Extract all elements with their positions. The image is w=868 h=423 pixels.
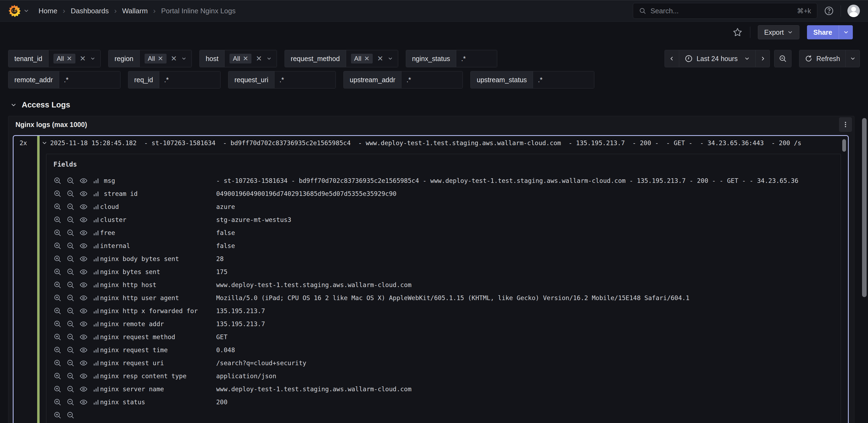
- field-stats-button[interactable]: [93, 281, 100, 289]
- filter-for-value-button[interactable]: [54, 398, 62, 406]
- row-access-logs[interactable]: Access Logs: [0, 92, 868, 116]
- export-button[interactable]: Export: [758, 25, 799, 39]
- filter-out-value-button[interactable]: [66, 385, 74, 393]
- regex-input[interactable]: [275, 71, 336, 88]
- toggle-field-visibility-button[interactable]: [80, 177, 88, 185]
- refresh-button[interactable]: Refresh: [799, 50, 845, 67]
- filter-for-value-button[interactable]: [54, 307, 62, 315]
- filter-out-value-button[interactable]: [66, 359, 74, 367]
- filter-for-value-button[interactable]: [54, 229, 62, 237]
- regex-input[interactable]: [401, 71, 463, 88]
- filter-out-value-button[interactable]: [66, 372, 74, 380]
- collapse-log-button[interactable]: [41, 140, 48, 146]
- filter-out-value-button[interactable]: [66, 268, 74, 276]
- chevron-down-icon[interactable]: [388, 56, 393, 61]
- time-zoom-out-button[interactable]: [774, 50, 791, 67]
- field-stats-button[interactable]: [93, 333, 100, 341]
- field-stats-button[interactable]: [93, 307, 100, 315]
- toggle-field-visibility-button[interactable]: [80, 294, 88, 302]
- field-stats-button[interactable]: [93, 398, 100, 406]
- toggle-field-visibility-button[interactable]: [80, 372, 88, 380]
- toggle-field-visibility-button[interactable]: [80, 216, 88, 224]
- selected-value-chip[interactable]: All ✕: [351, 54, 373, 63]
- field-stats-button[interactable]: [93, 385, 100, 393]
- share-button[interactable]: Share: [807, 25, 839, 39]
- filter-for-value-button[interactable]: [54, 281, 62, 289]
- chevron-down-icon[interactable]: [267, 56, 272, 61]
- filter-for-value-button[interactable]: [54, 320, 62, 328]
- filter-out-value-button[interactable]: [66, 242, 74, 250]
- field-stats-button[interactable]: [93, 372, 100, 380]
- filter-out-value-button[interactable]: [66, 333, 74, 341]
- time-range-button[interactable]: Last 24 hours: [679, 50, 756, 67]
- toggle-field-visibility-button[interactable]: [80, 242, 88, 250]
- variable-value-box[interactable]: All ✕ ✕: [140, 50, 191, 67]
- filter-out-value-button[interactable]: [66, 216, 74, 224]
- logs-scrollbar-thumb[interactable]: [842, 139, 846, 152]
- regex-input[interactable]: [533, 71, 594, 88]
- toggle-field-visibility-button[interactable]: [80, 359, 88, 367]
- toggle-field-visibility-button[interactable]: [80, 398, 88, 406]
- clear-selection-icon[interactable]: ✕: [171, 55, 177, 62]
- page-scrollbar-thumb[interactable]: [862, 118, 867, 297]
- field-stats-button[interactable]: [93, 320, 100, 328]
- toggle-field-visibility-button[interactable]: [80, 203, 88, 211]
- log-line[interactable]: 2x 2025-11-18 15:28:45.182 - st-107263-1…: [13, 136, 848, 150]
- selected-value-chip[interactable]: All ✕: [229, 54, 251, 63]
- field-stats-button[interactable]: [93, 359, 100, 367]
- share-menu-button[interactable]: [839, 25, 853, 39]
- field-stats-button[interactable]: [93, 177, 100, 184]
- time-shift-forward-button[interactable]: [755, 50, 770, 67]
- filter-out-value-button[interactable]: [66, 203, 74, 211]
- filter-for-value-button[interactable]: [54, 385, 62, 393]
- logs-viewer[interactable]: 2x 2025-11-18 15:28:45.182 - st-107263-1…: [13, 135, 849, 423]
- chevron-down-icon[interactable]: [90, 56, 95, 61]
- filter-out-value-button[interactable]: [66, 398, 74, 406]
- field-stats-button[interactable]: [93, 255, 100, 263]
- filter-for-value-button[interactable]: [54, 359, 62, 367]
- filter-for-value-button[interactable]: [54, 294, 62, 302]
- toggle-field-visibility-button[interactable]: [80, 255, 88, 263]
- filter-for-value-button[interactable]: [54, 216, 62, 224]
- field-stats-button[interactable]: [93, 346, 100, 354]
- filter-out-value-button[interactable]: [66, 177, 74, 185]
- filter-for-value-button[interactable]: [54, 177, 62, 185]
- grafana-logo-menu[interactable]: [8, 5, 29, 17]
- breadcrumb-item[interactable]: Dashboards: [57, 6, 109, 15]
- filter-out-value-button[interactable]: [66, 346, 74, 354]
- regex-input[interactable]: [59, 71, 120, 88]
- field-stats-button[interactable]: [93, 268, 100, 276]
- filter-out-value-button[interactable]: [66, 255, 74, 263]
- chip-remove-icon[interactable]: ✕: [67, 55, 72, 62]
- filter-out-value-button[interactable]: [66, 190, 74, 198]
- regex-input[interactable]: [159, 71, 220, 88]
- toggle-field-visibility-button[interactable]: [80, 268, 88, 276]
- global-search[interactable]: ⌘+k: [633, 3, 817, 19]
- clear-selection-icon[interactable]: ✕: [377, 55, 383, 62]
- variable-value-box[interactable]: All ✕ ✕: [346, 50, 398, 67]
- filter-for-value-button[interactable]: [54, 346, 62, 354]
- field-stats-button[interactable]: [93, 203, 100, 211]
- selected-value-chip[interactable]: All ✕: [145, 54, 166, 63]
- filter-out-value-button[interactable]: [66, 281, 74, 289]
- panel-menu-button[interactable]: [839, 117, 852, 132]
- breadcrumb-item[interactable]: Home: [38, 7, 57, 15]
- toggle-field-visibility-button[interactable]: [80, 346, 88, 354]
- filter-for-value-button[interactable]: [54, 255, 62, 263]
- toggle-field-visibility-button[interactable]: [80, 320, 88, 328]
- selected-value-chip[interactable]: All ✕: [54, 54, 75, 63]
- filter-for-value-button[interactable]: [54, 411, 62, 419]
- filter-out-value-button[interactable]: [66, 229, 74, 237]
- regex-input[interactable]: [456, 50, 497, 67]
- clear-selection-icon[interactable]: ✕: [80, 55, 86, 62]
- filter-out-value-button[interactable]: [66, 411, 74, 419]
- toggle-field-visibility-button[interactable]: [80, 281, 88, 289]
- favorite-star-button[interactable]: [733, 27, 742, 37]
- filter-out-value-button[interactable]: [66, 307, 74, 315]
- chip-remove-icon[interactable]: ✕: [243, 55, 248, 62]
- toggle-field-visibility-button[interactable]: [80, 307, 88, 315]
- clear-selection-icon[interactable]: ✕: [256, 55, 262, 62]
- variable-value-box[interactable]: All ✕ ✕: [225, 50, 276, 67]
- filter-out-value-button[interactable]: [66, 320, 74, 328]
- field-stats-button[interactable]: [93, 242, 100, 250]
